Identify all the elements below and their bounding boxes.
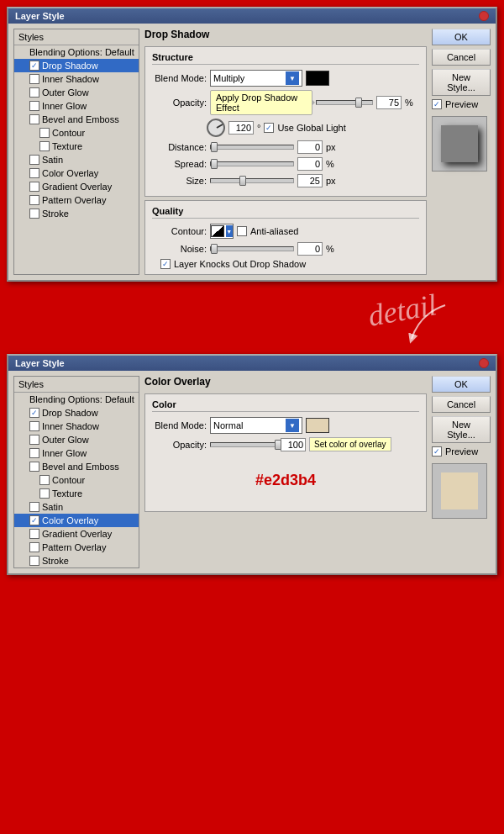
new-style-button-2[interactable]: New Style... xyxy=(432,416,491,443)
size-input[interactable] xyxy=(297,174,323,187)
checkbox2-inner-glow[interactable] xyxy=(29,448,39,458)
sidebar-item-satin-1[interactable]: Satin xyxy=(14,153,139,166)
opacity-thumb[interactable] xyxy=(355,98,362,108)
sidebar2-item-gradient-overlay[interactable]: Gradient Overlay xyxy=(14,527,139,541)
anti-aliased-checkbox[interactable] xyxy=(237,226,247,236)
opacity-input-2[interactable] xyxy=(281,438,306,451)
checkbox-inner-glow-1[interactable] xyxy=(29,101,39,111)
preview-checkbox-1[interactable] xyxy=(432,99,442,109)
ok-button-1[interactable]: OK xyxy=(432,29,491,45)
checkbox-stroke-1[interactable] xyxy=(29,208,39,219)
sidebar2-item-inner-glow[interactable]: Inner Glow xyxy=(14,446,139,460)
sidebar2-item-color-overlay[interactable]: Color Overlay xyxy=(14,514,139,527)
size-unit: px xyxy=(326,176,343,186)
checkbox2-stroke[interactable] xyxy=(29,556,39,566)
sidebar-item-outer-glow-1[interactable]: Outer Glow xyxy=(14,86,139,99)
checkbox-drop-shadow-1[interactable] xyxy=(29,61,39,71)
checkbox2-drop-shadow[interactable] xyxy=(29,408,39,418)
close-button-1[interactable] xyxy=(479,11,489,21)
sidebar-item-inner-glow-1[interactable]: Inner Glow xyxy=(14,99,139,113)
sidebar2-item-outer-glow[interactable]: Outer Glow xyxy=(14,433,139,446)
checkbox-gradient-overlay-1[interactable] xyxy=(29,182,39,192)
layer-style-dialog-1: Layer Style Styles Blending Options: Def… xyxy=(7,7,497,282)
sidebar-item-bevel-1[interactable]: Bevel and Emboss xyxy=(14,113,139,126)
noise-thumb[interactable] xyxy=(211,244,218,254)
checkbox2-color-overlay[interactable] xyxy=(29,515,39,525)
global-light-checkbox[interactable] xyxy=(264,123,274,133)
sidebar-item-texture-1[interactable]: Texture xyxy=(14,140,139,153)
sidebar2-item-satin[interactable]: Satin xyxy=(14,500,139,514)
section-title-2: Color Overlay xyxy=(144,376,427,388)
distance-slider[interactable] xyxy=(210,145,294,150)
cancel-button-1[interactable]: Cancel xyxy=(432,49,491,66)
size-slider[interactable] xyxy=(210,178,294,183)
sidebar-item-stroke-1[interactable]: Stroke xyxy=(14,207,139,220)
layer-knocks-checkbox[interactable] xyxy=(160,259,171,269)
size-thumb[interactable] xyxy=(239,176,246,186)
checkbox2-gradient-overlay[interactable] xyxy=(29,529,39,539)
opacity-slider[interactable] xyxy=(316,100,373,105)
sidebar2-label-gradient-overlay: Gradient Overlay xyxy=(42,529,112,539)
angle-line xyxy=(217,124,223,129)
sidebar2-item-drop-shadow[interactable]: Drop Shadow xyxy=(14,406,139,420)
blend-mode-arrow[interactable]: ▼ xyxy=(286,71,299,85)
checkbox2-texture[interactable] xyxy=(39,488,50,499)
checkbox2-bevel[interactable] xyxy=(29,462,39,472)
sidebar-item-contour-1[interactable]: Contour xyxy=(14,126,139,140)
color-overlay-swatch[interactable] xyxy=(306,418,329,433)
contour-selector[interactable]: ▼ xyxy=(210,224,234,239)
sidebar-item-pattern-overlay-1[interactable]: Pattern Overlay xyxy=(14,193,139,207)
spread-input[interactable] xyxy=(297,157,323,171)
noise-input[interactable] xyxy=(297,242,323,256)
checkbox2-satin[interactable] xyxy=(29,502,39,512)
new-style-button-1[interactable]: New Style... xyxy=(432,69,491,96)
opacity-slider-2[interactable] xyxy=(210,442,277,447)
checkbox2-pattern-overlay[interactable] xyxy=(29,542,39,552)
angle-circle[interactable] xyxy=(207,119,225,137)
sidebar2-item-pattern-overlay[interactable]: Pattern Overlay xyxy=(14,541,139,554)
blend-mode-color-swatch[interactable] xyxy=(306,71,329,86)
blend-mode-select-2[interactable]: Normal ▼ xyxy=(210,417,302,434)
opacity-input[interactable] xyxy=(376,96,402,109)
checkbox2-contour[interactable] xyxy=(39,475,50,485)
blend-mode-select[interactable]: Multiply ▼ xyxy=(210,70,302,87)
checkbox-color-overlay-1[interactable] xyxy=(29,168,39,178)
cancel-button-2[interactable]: Cancel xyxy=(432,396,491,413)
sidebar2-item-texture[interactable]: Texture xyxy=(14,487,139,500)
sidebar2-label-texture: Texture xyxy=(52,488,82,499)
angle-input[interactable] xyxy=(228,121,254,135)
sidebar-item-color-overlay-1[interactable]: Color Overlay xyxy=(14,166,139,180)
spread-thumb[interactable] xyxy=(211,159,218,169)
sidebar2-item-bevel[interactable]: Bevel and Emboss xyxy=(14,460,139,473)
ok-button-2[interactable]: OK xyxy=(432,376,491,393)
spread-slider[interactable] xyxy=(210,161,294,166)
preview-checkbox-2[interactable] xyxy=(432,446,442,457)
sidebar2-item-blending[interactable]: Blending Options: Default xyxy=(14,393,139,406)
opacity-thumb-2[interactable] xyxy=(275,440,281,450)
noise-slider[interactable] xyxy=(210,246,294,251)
checkbox-contour-1[interactable] xyxy=(39,128,50,138)
blend-mode-arrow-2[interactable]: ▼ xyxy=(286,419,299,432)
sidebar-item-inner-shadow-1[interactable]: Inner Shadow xyxy=(14,72,139,86)
checkbox-bevel-1[interactable] xyxy=(29,114,39,124)
distance-thumb[interactable] xyxy=(211,142,218,152)
checkbox-pattern-overlay-1[interactable] xyxy=(29,195,39,205)
blend-mode-row: Blend Mode: Multiply ▼ xyxy=(152,70,419,87)
sidebar-item-blending-1[interactable]: Blending Options: Default xyxy=(14,45,139,59)
checkbox-outer-glow-1[interactable] xyxy=(29,87,39,98)
contour-arrow[interactable]: ▼ xyxy=(226,225,233,237)
sidebar2-item-inner-shadow[interactable]: Inner Shadow xyxy=(14,420,139,433)
noise-label: Noise: xyxy=(152,244,207,254)
checkbox2-outer-glow[interactable] xyxy=(29,435,39,445)
checkbox2-inner-shadow[interactable] xyxy=(29,421,39,431)
close-button-2[interactable] xyxy=(479,358,489,368)
checkbox-satin-1[interactable] xyxy=(29,155,39,165)
dialog-title-text-2: Layer Style xyxy=(15,358,65,368)
sidebar-item-gradient-overlay-1[interactable]: Gradient Overlay xyxy=(14,180,139,193)
distance-input[interactable] xyxy=(297,140,323,154)
checkbox-texture-1[interactable] xyxy=(39,141,50,151)
sidebar2-item-stroke[interactable]: Stroke xyxy=(14,554,139,567)
checkbox-inner-shadow-1[interactable] xyxy=(29,74,39,84)
sidebar-item-drop-shadow-1[interactable]: Drop Shadow xyxy=(14,59,139,72)
sidebar2-item-contour[interactable]: Contour xyxy=(14,473,139,487)
